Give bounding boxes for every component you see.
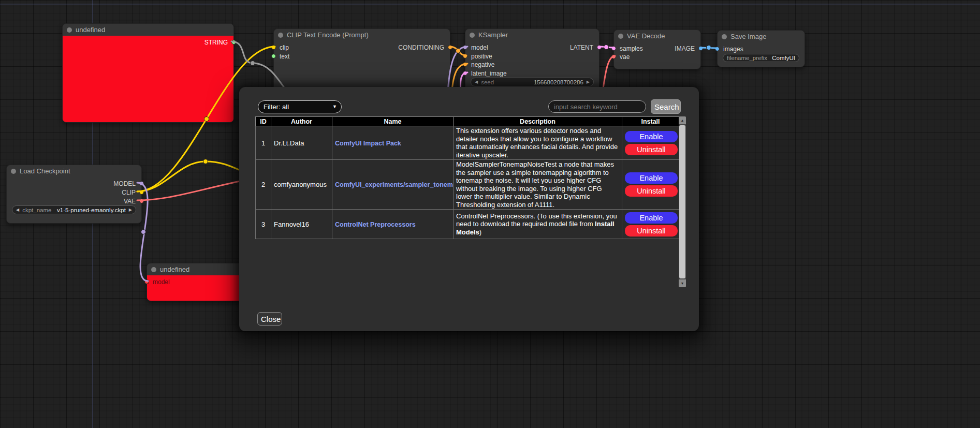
decrement-arrow-icon[interactable]: ◀ — [475, 80, 478, 84]
node-ksampler[interactable]: KSampler model positive negative latent_… — [465, 28, 599, 92]
close-button[interactable]: Close — [257, 312, 282, 326]
widget-value: ComfyUI — [772, 55, 795, 61]
uninstall-button[interactable]: Uninstall — [625, 225, 678, 237]
header-author: Author — [271, 117, 332, 126]
header-id: ID — [256, 117, 271, 126]
collapse-dot-icon[interactable] — [278, 33, 283, 38]
extension-link[interactable]: ComfyUI_experiments/sampler_tonemap — [335, 181, 454, 188]
image-port-dot[interactable] — [698, 46, 703, 51]
output-label: IMAGE — [675, 45, 695, 52]
increment-arrow-icon[interactable]: ▶ — [587, 80, 590, 84]
table-scrollbar[interactable]: ▲ ▼ — [679, 116, 686, 287]
samples-port-dot[interactable] — [611, 46, 616, 51]
latent-port-dot[interactable] — [463, 71, 467, 76]
cell-description: ModelSamplerTonemapNoiseTest a node that… — [454, 160, 622, 210]
node-title: undefined — [76, 26, 105, 34]
node-title-bar[interactable]: KSampler — [465, 29, 599, 41]
node-vae-decode[interactable]: VAE Decode samples vae IMAGE — [613, 29, 701, 69]
input-port-text[interactable]: text — [271, 53, 289, 59]
node-title-bar[interactable]: Load Checkpoint — [7, 165, 141, 177]
node-title: Load Checkpoint — [20, 167, 70, 175]
collapse-dot-icon[interactable] — [470, 33, 475, 38]
vae-port-dot[interactable] — [611, 54, 616, 59]
input-label: vae — [620, 53, 630, 61]
input-port-model[interactable]: model — [463, 45, 488, 50]
input-port-model[interactable]: model — [144, 279, 170, 285]
extension-link[interactable]: ComfyUI Impact Pack — [335, 140, 401, 147]
output-port-model[interactable]: MODEL — [113, 181, 144, 186]
clip-out-port-dot[interactable] — [139, 190, 144, 195]
model-out-port-dot[interactable] — [139, 181, 144, 186]
collapse-dot-icon[interactable] — [151, 267, 156, 272]
vae-out-port-dot[interactable] — [139, 199, 144, 203]
uninstall-button[interactable]: Uninstall — [625, 144, 678, 155]
filter-select-wrap: Filter: all ▼ — [258, 100, 342, 113]
scroll-down-icon[interactable]: ▼ — [679, 279, 686, 287]
output-port-conditioning[interactable]: CONDITIONING — [398, 45, 452, 50]
output-label: CLIP — [122, 189, 136, 196]
extension-link[interactable]: ControlNet Preprocessors — [335, 221, 416, 228]
input-port-samples[interactable]: samples — [611, 46, 643, 51]
filename-prefix-widget[interactable]: filename_prefix ComfyUI — [723, 54, 799, 62]
collapse-dot-icon[interactable] — [11, 169, 16, 174]
input-label: model — [471, 44, 488, 51]
conditioning-port-dot[interactable] — [448, 45, 452, 50]
input-label: samples — [620, 45, 643, 52]
input-port-positive[interactable]: positive — [463, 53, 492, 59]
input-port-vae[interactable]: vae — [611, 54, 630, 60]
enable-button[interactable]: Enable — [625, 212, 678, 224]
model-port-dot[interactable] — [144, 279, 149, 284]
prev-arrow-icon[interactable]: ◀ — [16, 208, 19, 212]
node-title-bar[interactable]: Save Image — [718, 31, 805, 42]
output-port-vae[interactable]: VAE — [124, 198, 144, 204]
latent-out-port-dot[interactable] — [597, 45, 602, 50]
search-button[interactable]: Search — [651, 99, 681, 114]
node-undefined-top[interactable]: undefined STRING — [62, 23, 234, 123]
enable-button[interactable]: Enable — [625, 172, 678, 184]
scroll-up-icon[interactable]: ▲ — [679, 116, 686, 124]
output-label: CONDITIONING — [398, 44, 444, 51]
output-port-clip[interactable]: CLIP — [122, 189, 144, 195]
node-title-bar[interactable]: VAE Decode — [614, 30, 700, 42]
output-label: MODEL — [113, 180, 136, 187]
collapse-dot-icon[interactable] — [67, 27, 72, 33]
ckpt-name-widget[interactable]: ◀ ckpt_name v1-5-pruned-emaonly.ckpt ▶ — [12, 205, 136, 214]
model-port-dot[interactable] — [463, 45, 467, 50]
uninstall-button[interactable]: Uninstall — [625, 185, 678, 197]
node-title: VAE Decode — [627, 32, 665, 40]
filter-select[interactable]: Filter: all — [258, 100, 342, 113]
positive-port-dot[interactable] — [463, 54, 467, 58]
collapse-dot-icon[interactable] — [618, 34, 623, 39]
node-load-checkpoint[interactable]: Load Checkpoint MODEL CLIP VAE ◀ ckpt_na… — [6, 165, 142, 224]
node-undefined-bottom[interactable]: undefined model — [147, 263, 251, 301]
input-label: negative — [471, 61, 494, 68]
clip-port-dot[interactable] — [271, 45, 276, 50]
text-port-dot[interactable] — [271, 54, 276, 58]
input-port-negative[interactable]: negative — [463, 62, 494, 67]
images-port-dot[interactable] — [715, 47, 720, 51]
node-title-bar[interactable]: undefined — [147, 263, 251, 275]
input-port-latent-image[interactable]: latent_image — [463, 70, 507, 76]
enable-button[interactable]: Enable — [625, 131, 678, 142]
node-title-bar[interactable]: undefined — [63, 24, 233, 36]
seed-widget[interactable]: ◀ seed 156680208700286 ▶ — [471, 78, 594, 86]
output-port-latent[interactable]: LATENT — [570, 45, 602, 50]
node-title-bar[interactable]: CLIP Text Encode (Prompt) — [274, 29, 450, 41]
cell-id: 2 — [256, 160, 271, 210]
input-port-clip[interactable]: clip — [271, 45, 289, 50]
extensions-table-container: ID Author Name Description Install 1 Dr.… — [255, 116, 679, 287]
next-arrow-icon[interactable]: ▶ — [129, 208, 132, 212]
widget-label: seed — [481, 79, 494, 85]
input-label: positive — [471, 53, 492, 60]
negative-port-dot[interactable] — [463, 62, 467, 67]
widget-label: ckpt_name — [22, 207, 51, 213]
input-port-images[interactable]: images — [715, 46, 743, 52]
output-port-image[interactable]: IMAGE — [675, 46, 703, 51]
scrollbar-thumb[interactable] — [679, 125, 685, 278]
collapse-dot-icon[interactable] — [722, 34, 727, 39]
node-save-image[interactable]: Save Image images filename_prefix ComfyU… — [717, 30, 805, 67]
string-port-dot[interactable] — [231, 40, 236, 45]
output-port-string[interactable]: STRING — [204, 39, 236, 45]
header-description: Description — [454, 117, 622, 126]
search-input[interactable] — [548, 100, 646, 113]
